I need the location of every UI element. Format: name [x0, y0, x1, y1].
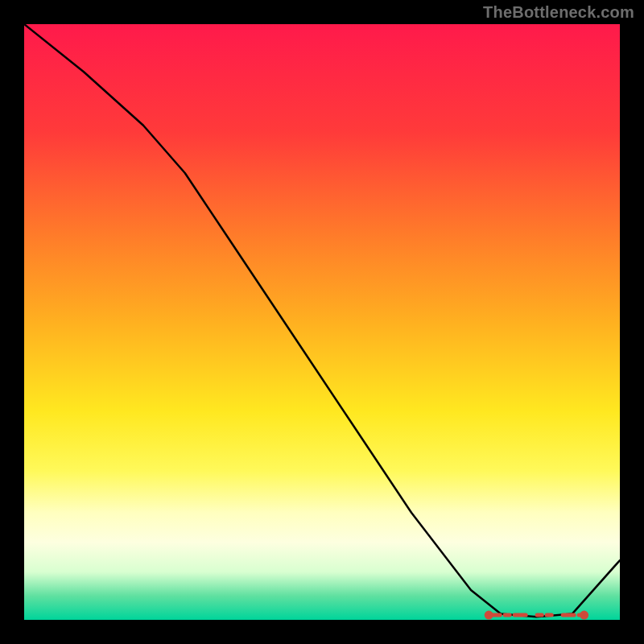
bottleneck-curve: [24, 24, 620, 617]
svg-point-1: [486, 613, 492, 618]
chart-svg: [24, 24, 620, 620]
chart-frame: TheBottleneck.com: [0, 0, 644, 644]
watermark-text: TheBottleneck.com: [483, 3, 634, 22]
svg-point-2: [581, 613, 587, 618]
plot-area: [24, 24, 620, 620]
